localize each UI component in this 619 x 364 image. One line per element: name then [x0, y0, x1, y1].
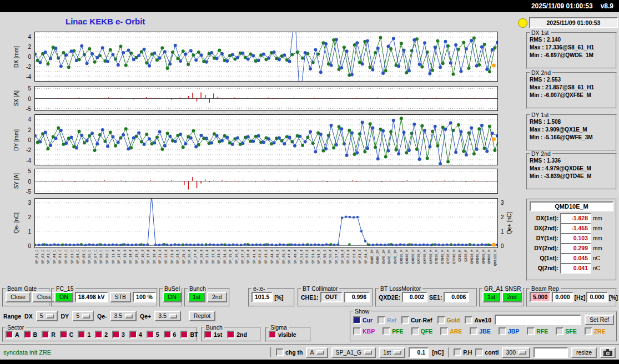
- show-ave10-checkbox[interactable]: Ave10: [465, 316, 491, 324]
- screenshot-button[interactable]: [600, 347, 616, 358]
- sector-3-checkbox[interactable]: 3: [112, 331, 125, 338]
- show-cur-checkbox[interactable]: Cur: [353, 316, 373, 324]
- show-cur-ref-checkbox[interactable]: Cur-Ref: [401, 316, 432, 324]
- x-axis-label: SP_41_4: [252, 250, 256, 264]
- selected-bpm-name: QMD10E_M: [530, 201, 613, 211]
- sector-bt-checkbox[interactable]: BT: [180, 331, 198, 338]
- show-pfe-checkbox[interactable]: PFE: [383, 327, 403, 335]
- show-row-1: CurRefCur-RefGoldAve10: [353, 316, 491, 324]
- sy-plot: [34, 169, 498, 194]
- x-axis-label: SP_57_4: [334, 250, 338, 264]
- bunch-2nd-checkbox[interactable]: 2nd: [227, 331, 247, 338]
- show-row-2: KBPPFEQFEAREJBEJBPRFESFEZRE: [353, 327, 614, 335]
- sector-2-checkbox[interactable]: 2: [95, 331, 108, 338]
- y-tick-label: 3: [501, 199, 504, 205]
- conti-checkbox[interactable]: conti: [475, 348, 499, 356]
- fc15-on-button[interactable]: ON: [54, 292, 73, 302]
- monitor-value: -1.828: [560, 213, 591, 224]
- separator: [270, 347, 271, 357]
- x-axis-label: SP_16_4: [140, 250, 144, 264]
- show-ref-checkbox[interactable]: Ref: [378, 316, 396, 324]
- show-zre-checkbox[interactable]: ZRE: [585, 327, 606, 335]
- show-qfe-checkbox[interactable]: QFE: [411, 327, 433, 335]
- bunch-1st-checkbox[interactable]: 1st: [204, 331, 222, 338]
- beam-rep-hz-unit: [Hz]: [575, 294, 586, 301]
- show-gold-checkbox[interactable]: Gold: [437, 316, 460, 324]
- checkbox-indicator: [180, 331, 188, 338]
- x-axis-label: SP_B6_C: [87, 250, 91, 264]
- x-axis-label: SP_56_4: [328, 250, 332, 264]
- x-axis-label: SP_15_4: [134, 250, 138, 264]
- resize-button[interactable]: resize: [571, 347, 597, 358]
- separator: [448, 347, 449, 357]
- sector-b-checkbox[interactable]: B: [24, 331, 38, 338]
- show-rfe-checkbox[interactable]: RFE: [527, 327, 548, 335]
- checkbox-indicator: [401, 316, 409, 324]
- range-qe-plus-select[interactable]: 3.5: [154, 311, 181, 321]
- sector-1-checkbox[interactable]: 1: [78, 331, 90, 338]
- busel-on-button[interactable]: ON: [163, 292, 182, 302]
- x-axis-label: SP_18_4: [152, 250, 156, 264]
- x-axis-label: SP_63_4: [358, 250, 361, 264]
- sector-6-checkbox[interactable]: 6: [164, 331, 177, 338]
- bunch-1st-button[interactable]: 1st: [188, 292, 205, 302]
- show-sfe-checkbox[interactable]: SFE: [556, 327, 576, 335]
- camera-icon: [603, 349, 612, 356]
- monitor-value: 0.299: [560, 243, 591, 254]
- ph-checkbox[interactable]: P.H: [454, 348, 472, 356]
- dx-axis-ticks: 420-2-4: [20, 32, 32, 82]
- dropdown-indicator-icon: [394, 350, 401, 355]
- monitor-unit: nC: [593, 265, 600, 271]
- stat-min: Min : -6.007@QXF6E_M: [530, 92, 613, 99]
- beam-rep-display-3: 0.000: [586, 292, 607, 302]
- replot-button[interactable]: Replot: [189, 311, 215, 321]
- bunch-number-select[interactable]: 1st: [379, 347, 405, 358]
- ref-file-input[interactable]: [495, 315, 581, 325]
- x-axis-label: QMD2E_M: [470, 250, 474, 264]
- fc15-percent-display: 100 %: [133, 292, 156, 302]
- show-jbe-checkbox[interactable]: JBE: [470, 327, 490, 335]
- show-jbp-checkbox[interactable]: JBP: [499, 327, 519, 335]
- bunch-2nd-button[interactable]: 2nd: [207, 292, 227, 302]
- sigma-visible-checkbox[interactable]: visible: [269, 331, 296, 338]
- chg-th-checkbox[interactable]: chg th: [276, 348, 303, 356]
- selected-bpm-panel: QMD10E_M DX(1st):-1.828mm DX(2nd):-1.455…: [526, 199, 617, 281]
- sector-4-checkbox[interactable]: 4: [129, 331, 142, 338]
- x-axis-label: SP_58_4: [340, 250, 344, 264]
- fc15-kv-display: 18.498 kV: [75, 292, 108, 302]
- titlebar-version: v8.9: [601, 2, 613, 10]
- gr-snsr-1st-button[interactable]: 1st: [482, 292, 500, 302]
- show-kbp-checkbox[interactable]: KBP: [353, 327, 375, 335]
- sx-axis-label: SX [A]: [13, 86, 19, 111]
- range-qe-minus-select[interactable]: 3.5: [110, 311, 137, 321]
- count-input[interactable]: [534, 347, 568, 358]
- sy-chart-row: SY [A] 50-5: [0, 169, 530, 194]
- range-dy-select[interactable]: 5: [72, 311, 94, 321]
- qe-plot: [34, 198, 498, 248]
- show-are-checkbox[interactable]: ARE: [440, 327, 462, 335]
- gr-snsr-2nd-button[interactable]: 2nd: [502, 292, 522, 302]
- interval-select[interactable]: 300: [502, 347, 530, 358]
- x-axis-label: SP_B3_C: [70, 250, 74, 264]
- se1-value-display: 0.006: [444, 292, 469, 302]
- x-axis-label: QTD2E_M: [434, 250, 438, 264]
- dropdown-indicator-icon: [519, 350, 526, 355]
- range-dx-select[interactable]: 5: [36, 311, 58, 321]
- x-axis-label: SP_54_4: [316, 250, 320, 264]
- x-axis-label: SP_22_4: [164, 250, 168, 264]
- set-ref-button[interactable]: Set Ref: [585, 315, 614, 325]
- ee-ratio-display: 101.5: [251, 292, 273, 302]
- beam-gate-close-button-1[interactable]: Close: [6, 292, 31, 302]
- sector-r-checkbox[interactable]: R: [42, 331, 56, 338]
- sector-select[interactable]: A: [306, 347, 328, 358]
- sector-5-checkbox[interactable]: 5: [147, 331, 159, 338]
- y-tick-label: 0: [28, 95, 31, 102]
- fc15-stb-button[interactable]: STB: [110, 292, 131, 302]
- checkbox-indicator: [499, 327, 506, 335]
- checkbox-indicator: [60, 331, 68, 338]
- monitor-unit: mm: [593, 245, 602, 251]
- bpm-select[interactable]: SP_A1_G: [331, 347, 376, 358]
- sector-a-checkbox[interactable]: A: [6, 331, 19, 338]
- sector-c-checkbox[interactable]: C: [60, 331, 74, 338]
- linac-orbit-app: 2025/11/09 01:00:53 v8.9 Linac KEKB e- O…: [0, 0, 619, 364]
